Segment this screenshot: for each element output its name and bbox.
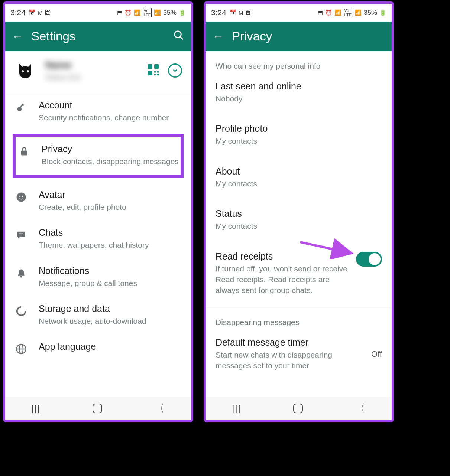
item-title: App language <box>39 341 182 352</box>
key-icon <box>14 101 28 115</box>
bell-icon <box>14 266 28 280</box>
status-right-icons: ⬒ ⏰ 📶 VoLTE 📶 35% 🔋 <box>318 8 386 17</box>
svg-rect-8 <box>157 71 159 73</box>
android-nav-bar: ||| 〈 <box>5 397 191 420</box>
image-icon: 🖼 <box>245 10 251 16</box>
privacy-content: Who can see my personal info Last seen a… <box>206 51 392 397</box>
alarm-icon: ⏰ <box>124 9 132 16</box>
svg-rect-7 <box>154 71 156 73</box>
toggle-knob <box>369 253 381 265</box>
privacy-item-message-timer[interactable]: Default message timer Start new chats wi… <box>206 331 392 377</box>
image-icon: 🖼 <box>45 10 50 16</box>
svg-rect-6 <box>148 71 152 75</box>
wifi-icon: 📶 <box>334 9 341 16</box>
nav-recent-icon[interactable]: ||| <box>31 403 41 414</box>
gmail-icon: M <box>239 10 243 16</box>
section-personal-info: Who can see my personal info <box>206 51 392 75</box>
phone-left-settings: 3:24 📅 M 🖼 ⬒ ⏰ 📶 VoLTE 📶 35% 🔋 ← Setting… <box>3 1 193 422</box>
nav-back-icon[interactable]: 〈 <box>356 401 365 415</box>
item-subtitle: Theme, wallpapers, chat history <box>39 239 182 250</box>
battery-percent: 35% <box>163 9 177 17</box>
status-right-icons: ⬒ ⏰ 📶 VoLTE 📶 35% 🔋 <box>117 8 186 17</box>
svg-point-21 <box>17 307 26 316</box>
settings-item-language[interactable]: App language <box>5 334 191 358</box>
signal-icon: 📶 <box>355 9 362 16</box>
app-bar: ← Privacy <box>206 22 392 51</box>
item-subtitle: Message, group & call tones <box>39 278 182 288</box>
back-arrow-icon[interactable]: ← <box>213 30 224 43</box>
status-bar: 3:24 📅 M 🖼 ⬒ ⏰ 📶 VoLTE 📶 35% 🔋 <box>5 4 191 22</box>
data-usage-icon <box>14 304 28 318</box>
status-left-icons: 📅 M 🖼 <box>229 9 251 16</box>
back-arrow-icon[interactable]: ← <box>12 30 23 43</box>
appbar-title: Privacy <box>232 29 385 43</box>
android-nav-bar: ||| 〈 <box>206 397 392 420</box>
battery-icon: 🔋 <box>179 9 186 16</box>
settings-item-storage[interactable]: Storage and data Network usage, auto-dow… <box>5 296 191 334</box>
item-value: My contacts <box>216 178 382 189</box>
volte-icon: VoLTE <box>344 8 352 17</box>
svg-rect-5 <box>154 64 159 69</box>
item-title: Chats <box>39 227 182 238</box>
item-title: Status <box>216 208 382 219</box>
alarm-icon: ⏰ <box>325 9 332 16</box>
svg-point-20 <box>20 276 22 278</box>
settings-item-notifications[interactable]: Notifications Message, group & call tone… <box>5 258 191 296</box>
nav-back-icon[interactable]: 〈 <box>156 401 164 415</box>
status-left-icons: 📅 M 🖼 <box>29 9 51 16</box>
status-time: 3:24 <box>211 8 226 17</box>
read-receipts-toggle[interactable] <box>356 252 382 267</box>
phone-right-privacy: 3:24 📅 M 🖼 ⬒ ⏰ 📶 VoLTE 📶 35% 🔋 ← Privacy… <box>204 1 394 422</box>
battery-saver-icon: ⬒ <box>318 9 323 16</box>
appbar-title: Settings <box>31 29 173 43</box>
wifi-icon: 📶 <box>134 9 141 16</box>
app-bar: ← Settings <box>5 22 191 51</box>
chat-icon <box>14 228 28 242</box>
profile-row[interactable]: Name Status text <box>5 51 191 92</box>
svg-point-16 <box>19 195 20 197</box>
privacy-item-profile-photo[interactable]: Profile photo My contacts <box>206 117 392 152</box>
item-title: About <box>216 166 382 177</box>
privacy-item-status[interactable]: Status My contacts <box>206 202 392 237</box>
calendar-icon: 📅 <box>229 9 236 16</box>
battery-percent: 35% <box>364 9 377 17</box>
signal-icon: 📶 <box>154 9 161 16</box>
svg-point-17 <box>22 195 23 197</box>
nav-home-icon[interactable] <box>93 404 102 413</box>
svg-rect-14 <box>21 151 27 156</box>
item-title: Notifications <box>39 265 182 276</box>
item-subtitle: Block contacts, disappearing messages <box>42 156 179 167</box>
nav-recent-icon[interactable]: ||| <box>232 403 241 414</box>
svg-rect-4 <box>148 64 152 69</box>
item-title: Last seen and online <box>216 81 382 92</box>
settings-item-account[interactable]: Account Security notifications, change n… <box>5 92 191 130</box>
search-icon[interactable] <box>173 30 184 43</box>
item-value: Nobody <box>216 93 382 104</box>
svg-point-2 <box>22 70 24 72</box>
item-title: Avatar <box>39 189 182 200</box>
privacy-item-about[interactable]: About My contacts <box>206 160 392 195</box>
qr-code-icon[interactable] <box>146 63 160 78</box>
settings-content: Name Status text Account Security notifi… <box>5 51 191 397</box>
status-time: 3:24 <box>10 8 26 17</box>
item-description: Start new chats with disappearing messag… <box>216 349 368 371</box>
settings-item-avatar[interactable]: Avatar Create, edit, profile photo <box>5 182 191 220</box>
item-title: Account <box>39 100 182 111</box>
expand-chevron-icon[interactable] <box>168 63 182 78</box>
globe-icon <box>14 342 28 356</box>
avatar-face-icon <box>14 190 28 204</box>
section-disappearing: Disappearing messages <box>206 307 392 331</box>
timer-value: Off <box>371 349 382 359</box>
battery-saver-icon: ⬒ <box>117 9 122 16</box>
settings-item-privacy[interactable]: Privacy Block contacts, disappearing mes… <box>13 134 184 178</box>
item-value: My contacts <box>216 136 382 146</box>
item-value: My contacts <box>216 221 382 231</box>
svg-rect-9 <box>154 74 156 76</box>
privacy-item-read-receipts[interactable]: Read receipts If turned off, you won't s… <box>206 245 392 302</box>
profile-name: Name <box>45 59 146 71</box>
item-title: Read receipts <box>216 251 352 262</box>
item-subtitle: Network usage, auto-download <box>39 316 182 326</box>
privacy-item-last-seen[interactable]: Last seen and online Nobody <box>206 75 392 110</box>
settings-item-chats[interactable]: Chats Theme, wallpapers, chat history <box>5 220 191 258</box>
nav-home-icon[interactable] <box>293 404 303 413</box>
